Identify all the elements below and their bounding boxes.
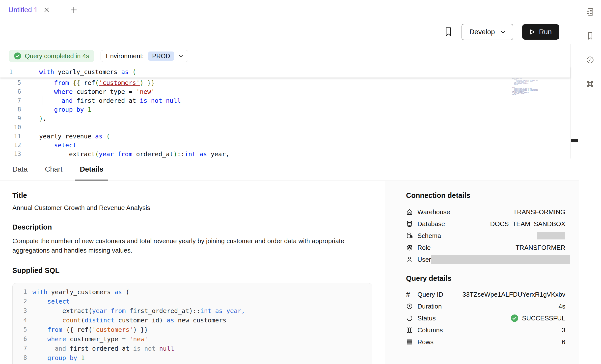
line-content: select [27, 298, 70, 305]
query-row-columns: Columns 3 [406, 324, 565, 336]
row-label: Duration [417, 303, 442, 310]
run-button-label: Run [539, 28, 552, 36]
check-circle-icon [14, 52, 21, 60]
tab-chart[interactable]: Chart [40, 158, 67, 181]
row-label: Query ID [417, 291, 443, 298]
row-label: Status [417, 314, 436, 322]
active-tab-underline [75, 180, 108, 181]
row-label: Columns [417, 326, 443, 334]
code-line: 3 extract(year from first_ordered_at)::i… [15, 306, 372, 315]
connection-row-warehouse: Warehouse TRANSFORMING [406, 206, 565, 218]
rows-icon [406, 338, 414, 345]
supplied-sql-heading: Supplied SQL [12, 266, 385, 275]
line-number: 9 [0, 115, 21, 122]
code-line: 5 from {{ ref('customers') }} [15, 325, 372, 334]
line-content: extract(year from first_ordered_at)::int… [27, 307, 245, 314]
result-tab-bar: Data Chart Details [0, 158, 579, 181]
environment-label: Environment: [106, 52, 144, 60]
line-content: where customer_type = 'new' [27, 336, 148, 343]
code-line: 9), [0, 114, 570, 123]
tab-details[interactable]: Details [75, 158, 108, 181]
tab-data[interactable]: Data [7, 158, 32, 181]
sparkle-x-icon[interactable] [579, 72, 601, 96]
code-line: 4 count(distinct customer_id) as new_cus… [15, 315, 372, 325]
notebook-icon[interactable] [579, 0, 601, 24]
line-number: 5 [15, 326, 27, 333]
editor-toolbar: Develop Run [0, 20, 579, 44]
row-label: Rows [417, 338, 434, 346]
bookmark-icon[interactable] [444, 27, 453, 37]
environment-selector[interactable]: Environment: PROD [101, 50, 188, 62]
line-number: 7 [15, 345, 27, 352]
role-icon [406, 244, 414, 251]
line-content: with yearly_customers as ( [21, 68, 136, 76]
row-value: 4s [559, 303, 565, 310]
indent-guide [35, 141, 35, 158]
tab-chart-label: Chart [45, 165, 62, 173]
user-icon [406, 256, 414, 263]
right-icon-sidebar [579, 0, 601, 364]
line-content: and first_ordered_at is not null [27, 345, 174, 352]
row-label: Database [417, 220, 445, 228]
row-value-redacted [431, 255, 570, 264]
line-number: 5 [0, 79, 21, 86]
row-value: 6 [562, 338, 565, 346]
columns-icon [406, 327, 414, 334]
run-button[interactable]: Run [522, 24, 559, 40]
sql-workbench-window: Untitled 1 Develop Run [0, 0, 601, 364]
query-row-id: # Query ID 33TZseWpe1ALFDUYerxR1gVKxbv [406, 288, 565, 300]
develop-dropdown-button[interactable]: Develop [462, 24, 513, 40]
line-content: and first_ordered_at is not null [21, 97, 181, 104]
chevron-down-icon [179, 55, 183, 57]
title-value: Annual Customer Growth and Revenue Analy… [12, 204, 385, 212]
line-number: 8 [0, 106, 21, 113]
line-content: select [21, 142, 77, 149]
line-content: from {{ ref('customers') }} [21, 79, 155, 86]
code-line: 1with yearly_customers as ( [15, 287, 372, 297]
line-content: from {{ ref('customers') }} [27, 326, 148, 333]
redacted-value [537, 232, 565, 239]
query-status-text: Query completed in 4s [25, 52, 89, 60]
code-line: 8 group by 1 [0, 105, 570, 114]
query-row-status: Status SUCCESSFUL [406, 312, 565, 324]
editor-scrollbar-track [570, 44, 571, 158]
new-tab-button[interactable] [63, 0, 78, 20]
query-row-rows: Rows 6 [406, 336, 565, 348]
line-content: yearly_revenue as ( [21, 133, 110, 140]
code-line: 13 extract(year from ordered_at)::int as… [0, 150, 570, 158]
history-clock-icon[interactable] [579, 48, 601, 72]
row-value: 3 [562, 326, 565, 334]
line-content: ), [21, 115, 47, 122]
chevron-down-icon [500, 30, 505, 33]
row-value: TRANSFORMER [516, 244, 565, 252]
line-content: group by 1 [27, 354, 85, 362]
row-label: Warehouse [417, 208, 450, 216]
redacted-value [431, 255, 570, 264]
schema-icon [406, 232, 414, 239]
indent-guide [35, 78, 35, 114]
bookmark-icon[interactable] [579, 24, 601, 48]
line-number: 1 [15, 288, 27, 295]
warehouse-icon [406, 208, 414, 215]
connection-details-heading: Connection details [406, 191, 565, 200]
document-tab[interactable]: Untitled 1 [0, 0, 63, 20]
code-line: 6 where customer_type = 'new' [0, 87, 570, 96]
tab-data-label: Data [12, 165, 27, 173]
line-number: 6 [15, 336, 27, 342]
environment-value-badge: PROD [148, 52, 174, 61]
editor-scrollbar-thumb[interactable] [571, 139, 578, 142]
close-icon[interactable] [44, 7, 50, 13]
line-content: where customer_type = 'new' [21, 88, 155, 95]
code-line: 12 select [0, 141, 570, 150]
title-heading: Title [12, 191, 385, 200]
query-status-row: Query completed in 4s Environment: PROD [9, 50, 188, 62]
code-line: 7 and first_ordered_at is not null [15, 344, 372, 353]
sql-editor[interactable]: 1with yearly_customers as ( 5 from {{ re… [0, 66, 570, 158]
line-content: count(distinct customer_id) as new_custo… [27, 317, 226, 324]
code-line: 7 and first_ordered_at is not null [0, 96, 570, 105]
code-line: 9), [15, 363, 372, 364]
row-value: DOCS_TEAM_SANDBOX [490, 220, 565, 228]
play-icon [530, 29, 535, 35]
row-value: TRANSFORMING [513, 208, 565, 216]
code-line: 5 from {{ ref('customers') }} [0, 78, 570, 87]
